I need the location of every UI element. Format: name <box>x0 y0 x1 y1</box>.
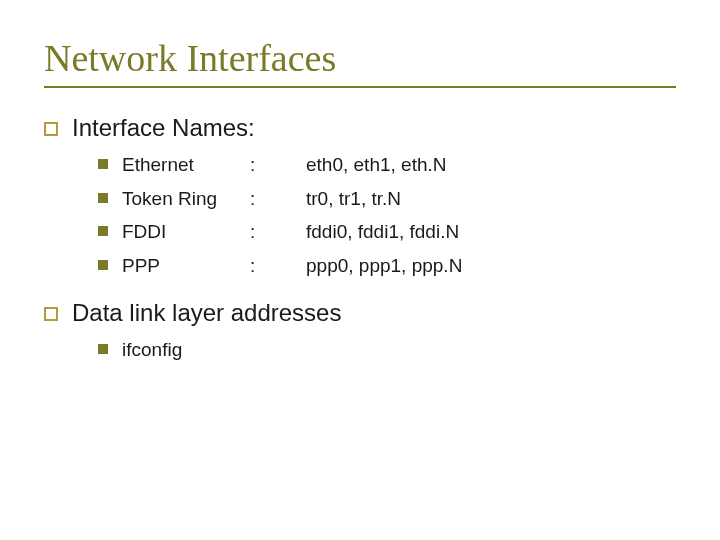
list-item: Token Ring : tr0, tr1, tr.N <box>98 186 676 212</box>
iface-name: Ethernet <box>122 152 250 178</box>
square-bullet-icon <box>98 344 108 354</box>
iface-name: Token Ring <box>122 186 250 212</box>
separator: : <box>250 152 306 178</box>
iface-values: eth0, eth1, eth.N <box>306 152 447 178</box>
separator: : <box>250 186 306 212</box>
page-title: Network Interfaces <box>44 36 676 80</box>
iface-values: ppp0, ppp1, ppp.N <box>306 253 462 279</box>
interface-names-list: Ethernet : eth0, eth1, eth.N Token Ring … <box>98 152 676 279</box>
title-rule <box>44 86 676 88</box>
iface-name: PPP <box>122 253 250 279</box>
slide: Network Interfaces Interface Names: Ethe… <box>0 0 720 362</box>
list-item: ifconfig <box>98 337 676 363</box>
separator: : <box>250 253 306 279</box>
section-heading: Data link layer addresses <box>72 299 341 327</box>
list-item: Ethernet : eth0, eth1, eth.N <box>98 152 676 178</box>
list-item: FDDI : fddi0, fddi1, fddi.N <box>98 219 676 245</box>
square-bullet-icon <box>98 226 108 236</box>
data-link-list: ifconfig <box>98 337 676 363</box>
separator: : <box>250 219 306 245</box>
section-heading: Interface Names: <box>72 114 255 142</box>
bullet-data-link: Data link layer addresses <box>44 299 676 327</box>
square-bullet-icon <box>98 260 108 270</box>
bullet-interface-names: Interface Names: <box>44 114 676 142</box>
iface-values: fddi0, fddi1, fddi.N <box>306 219 459 245</box>
iface-name: FDDI <box>122 219 250 245</box>
square-bullet-icon <box>98 193 108 203</box>
square-open-bullet-icon <box>44 122 58 136</box>
square-bullet-icon <box>98 159 108 169</box>
command-name: ifconfig <box>122 337 182 363</box>
square-open-bullet-icon <box>44 307 58 321</box>
iface-values: tr0, tr1, tr.N <box>306 186 401 212</box>
list-item: PPP : ppp0, ppp1, ppp.N <box>98 253 676 279</box>
